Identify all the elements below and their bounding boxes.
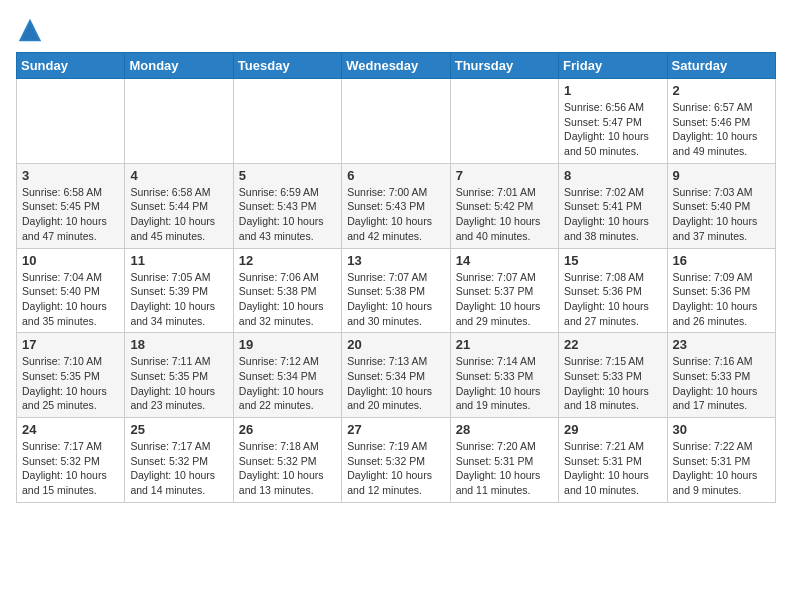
- day-number: 8: [564, 168, 661, 183]
- calendar-cell: [233, 79, 341, 164]
- day-number: 19: [239, 337, 336, 352]
- day-info: Sunrise: 7:13 AM Sunset: 5:34 PM Dayligh…: [347, 354, 444, 413]
- day-info: Sunrise: 7:07 AM Sunset: 5:37 PM Dayligh…: [456, 270, 553, 329]
- calendar-cell: 17Sunrise: 7:10 AM Sunset: 5:35 PM Dayli…: [17, 333, 125, 418]
- day-info: Sunrise: 7:22 AM Sunset: 5:31 PM Dayligh…: [673, 439, 770, 498]
- day-of-week-header: Sunday: [17, 53, 125, 79]
- day-number: 17: [22, 337, 119, 352]
- logo: [16, 16, 48, 44]
- day-info: Sunrise: 7:11 AM Sunset: 5:35 PM Dayligh…: [130, 354, 227, 413]
- day-info: Sunrise: 7:21 AM Sunset: 5:31 PM Dayligh…: [564, 439, 661, 498]
- day-of-week-header: Wednesday: [342, 53, 450, 79]
- day-number: 21: [456, 337, 553, 352]
- day-number: 26: [239, 422, 336, 437]
- day-number: 3: [22, 168, 119, 183]
- calendar-cell: [450, 79, 558, 164]
- calendar-cell: 3Sunrise: 6:58 AM Sunset: 5:45 PM Daylig…: [17, 163, 125, 248]
- calendar-cell: 18Sunrise: 7:11 AM Sunset: 5:35 PM Dayli…: [125, 333, 233, 418]
- calendar-cell: 9Sunrise: 7:03 AM Sunset: 5:40 PM Daylig…: [667, 163, 775, 248]
- calendar-cell: 14Sunrise: 7:07 AM Sunset: 5:37 PM Dayli…: [450, 248, 558, 333]
- day-info: Sunrise: 7:16 AM Sunset: 5:33 PM Dayligh…: [673, 354, 770, 413]
- day-of-week-header: Monday: [125, 53, 233, 79]
- calendar-cell: 5Sunrise: 6:59 AM Sunset: 5:43 PM Daylig…: [233, 163, 341, 248]
- calendar-cell: 12Sunrise: 7:06 AM Sunset: 5:38 PM Dayli…: [233, 248, 341, 333]
- calendar-week-row: 1Sunrise: 6:56 AM Sunset: 5:47 PM Daylig…: [17, 79, 776, 164]
- day-number: 23: [673, 337, 770, 352]
- calendar-cell: 2Sunrise: 6:57 AM Sunset: 5:46 PM Daylig…: [667, 79, 775, 164]
- calendar-cell: 27Sunrise: 7:19 AM Sunset: 5:32 PM Dayli…: [342, 418, 450, 503]
- day-number: 4: [130, 168, 227, 183]
- day-of-week-header: Friday: [559, 53, 667, 79]
- day-info: Sunrise: 7:20 AM Sunset: 5:31 PM Dayligh…: [456, 439, 553, 498]
- calendar-cell: 6Sunrise: 7:00 AM Sunset: 5:43 PM Daylig…: [342, 163, 450, 248]
- day-info: Sunrise: 7:01 AM Sunset: 5:42 PM Dayligh…: [456, 185, 553, 244]
- calendar-week-row: 17Sunrise: 7:10 AM Sunset: 5:35 PM Dayli…: [17, 333, 776, 418]
- day-info: Sunrise: 7:12 AM Sunset: 5:34 PM Dayligh…: [239, 354, 336, 413]
- calendar-cell: 16Sunrise: 7:09 AM Sunset: 5:36 PM Dayli…: [667, 248, 775, 333]
- day-info: Sunrise: 7:04 AM Sunset: 5:40 PM Dayligh…: [22, 270, 119, 329]
- calendar-cell: 21Sunrise: 7:14 AM Sunset: 5:33 PM Dayli…: [450, 333, 558, 418]
- day-info: Sunrise: 6:59 AM Sunset: 5:43 PM Dayligh…: [239, 185, 336, 244]
- general-blue-icon: [16, 16, 44, 44]
- calendar-cell: 19Sunrise: 7:12 AM Sunset: 5:34 PM Dayli…: [233, 333, 341, 418]
- day-of-week-header: Saturday: [667, 53, 775, 79]
- calendar-cell: 1Sunrise: 6:56 AM Sunset: 5:47 PM Daylig…: [559, 79, 667, 164]
- calendar-cell: 22Sunrise: 7:15 AM Sunset: 5:33 PM Dayli…: [559, 333, 667, 418]
- calendar-cell: 7Sunrise: 7:01 AM Sunset: 5:42 PM Daylig…: [450, 163, 558, 248]
- day-info: Sunrise: 7:06 AM Sunset: 5:38 PM Dayligh…: [239, 270, 336, 329]
- calendar-cell: 23Sunrise: 7:16 AM Sunset: 5:33 PM Dayli…: [667, 333, 775, 418]
- calendar-cell: 26Sunrise: 7:18 AM Sunset: 5:32 PM Dayli…: [233, 418, 341, 503]
- day-number: 29: [564, 422, 661, 437]
- calendar-cell: 13Sunrise: 7:07 AM Sunset: 5:38 PM Dayli…: [342, 248, 450, 333]
- day-info: Sunrise: 7:17 AM Sunset: 5:32 PM Dayligh…: [130, 439, 227, 498]
- day-number: 6: [347, 168, 444, 183]
- day-info: Sunrise: 7:10 AM Sunset: 5:35 PM Dayligh…: [22, 354, 119, 413]
- calendar-cell: 11Sunrise: 7:05 AM Sunset: 5:39 PM Dayli…: [125, 248, 233, 333]
- calendar-week-row: 10Sunrise: 7:04 AM Sunset: 5:40 PM Dayli…: [17, 248, 776, 333]
- day-number: 7: [456, 168, 553, 183]
- day-number: 24: [22, 422, 119, 437]
- day-info: Sunrise: 7:05 AM Sunset: 5:39 PM Dayligh…: [130, 270, 227, 329]
- calendar-cell: 30Sunrise: 7:22 AM Sunset: 5:31 PM Dayli…: [667, 418, 775, 503]
- calendar-cell: 10Sunrise: 7:04 AM Sunset: 5:40 PM Dayli…: [17, 248, 125, 333]
- day-info: Sunrise: 7:03 AM Sunset: 5:40 PM Dayligh…: [673, 185, 770, 244]
- day-info: Sunrise: 7:07 AM Sunset: 5:38 PM Dayligh…: [347, 270, 444, 329]
- calendar-cell: 20Sunrise: 7:13 AM Sunset: 5:34 PM Dayli…: [342, 333, 450, 418]
- day-number: 30: [673, 422, 770, 437]
- day-info: Sunrise: 7:08 AM Sunset: 5:36 PM Dayligh…: [564, 270, 661, 329]
- day-info: Sunrise: 7:09 AM Sunset: 5:36 PM Dayligh…: [673, 270, 770, 329]
- day-info: Sunrise: 7:02 AM Sunset: 5:41 PM Dayligh…: [564, 185, 661, 244]
- day-number: 5: [239, 168, 336, 183]
- day-of-week-header: Thursday: [450, 53, 558, 79]
- day-info: Sunrise: 7:00 AM Sunset: 5:43 PM Dayligh…: [347, 185, 444, 244]
- calendar-cell: [125, 79, 233, 164]
- day-number: 27: [347, 422, 444, 437]
- day-number: 1: [564, 83, 661, 98]
- day-info: Sunrise: 7:14 AM Sunset: 5:33 PM Dayligh…: [456, 354, 553, 413]
- day-info: Sunrise: 6:56 AM Sunset: 5:47 PM Dayligh…: [564, 100, 661, 159]
- calendar-cell: 8Sunrise: 7:02 AM Sunset: 5:41 PM Daylig…: [559, 163, 667, 248]
- day-number: 12: [239, 253, 336, 268]
- calendar-cell: 24Sunrise: 7:17 AM Sunset: 5:32 PM Dayli…: [17, 418, 125, 503]
- calendar-table: SundayMondayTuesdayWednesdayThursdayFrid…: [16, 52, 776, 503]
- day-number: 20: [347, 337, 444, 352]
- day-number: 25: [130, 422, 227, 437]
- day-info: Sunrise: 6:57 AM Sunset: 5:46 PM Dayligh…: [673, 100, 770, 159]
- day-number: 15: [564, 253, 661, 268]
- calendar-week-row: 24Sunrise: 7:17 AM Sunset: 5:32 PM Dayli…: [17, 418, 776, 503]
- page-header: [16, 16, 776, 44]
- day-of-week-header: Tuesday: [233, 53, 341, 79]
- calendar-cell: 29Sunrise: 7:21 AM Sunset: 5:31 PM Dayli…: [559, 418, 667, 503]
- day-number: 18: [130, 337, 227, 352]
- day-number: 28: [456, 422, 553, 437]
- calendar-cell: 15Sunrise: 7:08 AM Sunset: 5:36 PM Dayli…: [559, 248, 667, 333]
- day-number: 2: [673, 83, 770, 98]
- day-number: 22: [564, 337, 661, 352]
- day-number: 14: [456, 253, 553, 268]
- day-number: 16: [673, 253, 770, 268]
- day-number: 10: [22, 253, 119, 268]
- calendar-week-row: 3Sunrise: 6:58 AM Sunset: 5:45 PM Daylig…: [17, 163, 776, 248]
- day-info: Sunrise: 6:58 AM Sunset: 5:44 PM Dayligh…: [130, 185, 227, 244]
- day-info: Sunrise: 7:19 AM Sunset: 5:32 PM Dayligh…: [347, 439, 444, 498]
- calendar-cell: 25Sunrise: 7:17 AM Sunset: 5:32 PM Dayli…: [125, 418, 233, 503]
